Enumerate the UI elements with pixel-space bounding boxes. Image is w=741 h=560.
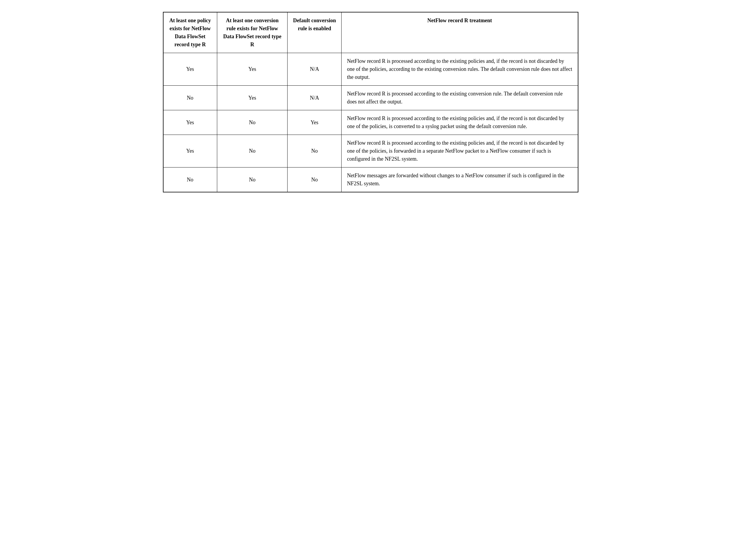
- row5-col1: No: [163, 167, 217, 192]
- row1-col3: N/A: [287, 53, 342, 86]
- row4-col4: NetFlow record R is processed according …: [342, 135, 578, 167]
- row1-col4: NetFlow record R is processed according …: [342, 53, 578, 86]
- row4-col1: Yes: [163, 135, 217, 167]
- row2-col2: Yes: [217, 86, 287, 110]
- row2-col1: No: [163, 86, 217, 110]
- row3-col1: Yes: [163, 110, 217, 135]
- row1-col2: Yes: [217, 53, 287, 86]
- table-row: No No No NetFlow messages are forwarded …: [163, 167, 578, 192]
- row3-col2: No: [217, 110, 287, 135]
- row3-col3: Yes: [287, 110, 342, 135]
- header-col2: At least one conversion rule exists for …: [217, 12, 287, 53]
- row2-col4: NetFlow record R is processed according …: [342, 86, 578, 110]
- netflow-table: At least one policy exists for NetFlow D…: [163, 12, 579, 192]
- header-col1: At least one policy exists for NetFlow D…: [163, 12, 217, 53]
- row2-col3: N/A: [287, 86, 342, 110]
- table-row: No Yes N/A NetFlow record R is processed…: [163, 86, 578, 110]
- row4-col3: No: [287, 135, 342, 167]
- table-row: Yes Yes N/A NetFlow record R is processe…: [163, 53, 578, 86]
- table-row: Yes No No NetFlow record R is processed …: [163, 135, 578, 167]
- row1-col1: Yes: [163, 53, 217, 86]
- header-col3: Default conversion rule is enabled: [287, 12, 342, 53]
- row4-col2: No: [217, 135, 287, 167]
- header-col4: NetFlow record R treatment: [342, 12, 578, 53]
- row5-col3: No: [287, 167, 342, 192]
- table-header-row: At least one policy exists for NetFlow D…: [163, 12, 578, 53]
- table-row: Yes No Yes NetFlow record R is processed…: [163, 110, 578, 135]
- row5-col4: NetFlow messages are forwarded without c…: [342, 167, 578, 192]
- main-table-container: At least one policy exists for NetFlow D…: [163, 12, 579, 192]
- row3-col4: NetFlow record R is processed according …: [342, 110, 578, 135]
- row5-col2: No: [217, 167, 287, 192]
